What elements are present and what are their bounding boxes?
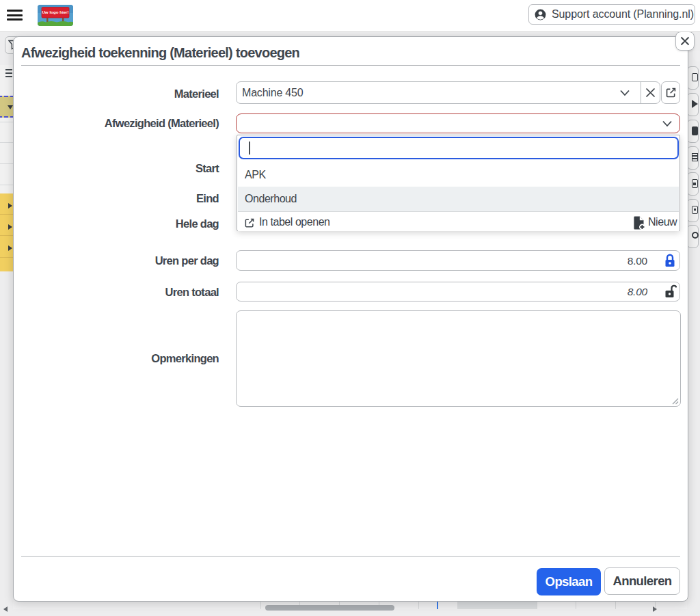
svg-text:Uw logo hier!: Uw logo hier! <box>42 10 68 14</box>
